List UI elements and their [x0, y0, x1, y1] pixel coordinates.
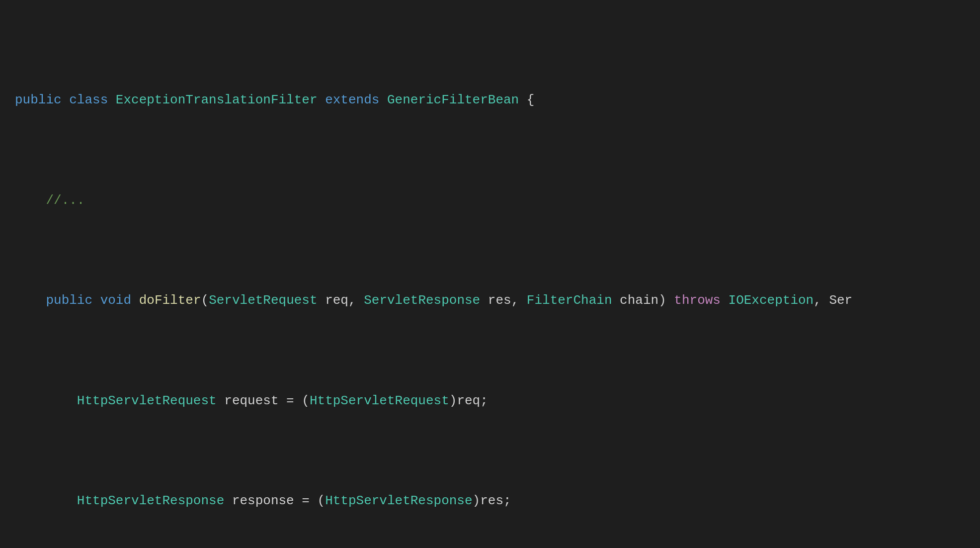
type-servletresponse: ServletResponse — [364, 293, 480, 308]
code-line-2: //... — [15, 190, 965, 210]
kw-extends: extends — [325, 92, 379, 107]
type-servletrequest: ServletRequest — [209, 293, 317, 308]
kw-void: void — [100, 293, 131, 308]
code-line-4: HttpServletRequest request = (HttpServle… — [15, 391, 965, 411]
code-line-5: HttpServletResponse response = (HttpServ… — [15, 491, 965, 511]
code-block: public class ExceptionTranslationFilter … — [15, 10, 965, 548]
type-httpservletresponse: HttpServletResponse — [77, 493, 224, 508]
type-ioexception: IOException — [729, 293, 814, 308]
method-dofilter: doFilter — [139, 293, 201, 308]
comment-ellipsis: //... — [46, 193, 84, 208]
code-line-1: public class ExceptionTranslationFilter … — [15, 90, 965, 110]
class-name: ExceptionTranslationFilter — [116, 92, 318, 107]
kw-public: public — [15, 92, 62, 107]
superclass-name: GenericFilterBean — [387, 92, 519, 107]
type-httpservletrequest-cast: HttpServletRequest — [310, 393, 449, 408]
type-httpservletresponse-cast: HttpServletResponse — [325, 493, 472, 508]
kw-class: class — [69, 92, 108, 107]
code-line-3: public void doFilter(ServletRequest req,… — [15, 290, 965, 310]
type-httpservletrequest: HttpServletRequest — [77, 393, 217, 408]
kw-throws: throws — [674, 293, 721, 308]
brace-open: { — [527, 92, 535, 107]
type-filterchain: FilterChain — [527, 293, 612, 308]
kw-public2: public — [46, 293, 92, 308]
